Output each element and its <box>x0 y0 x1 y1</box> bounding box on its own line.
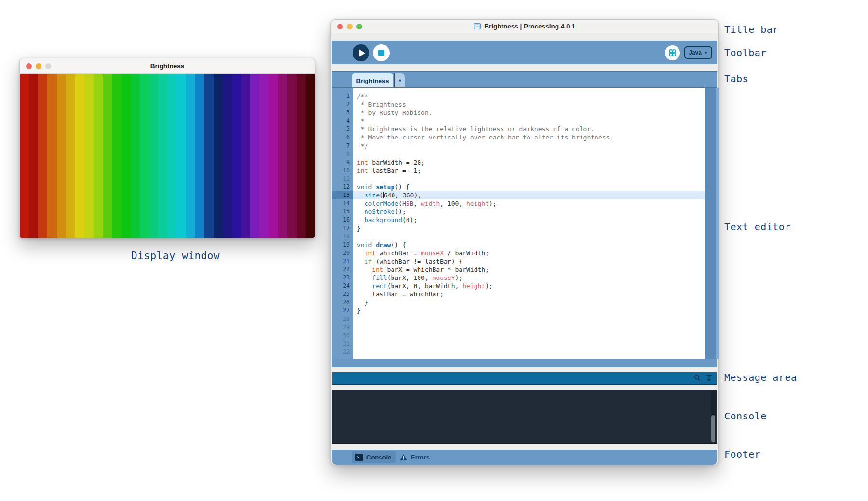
color-bar[interactable] <box>241 74 250 238</box>
code-line[interactable]: rect(barX, 0, barWidth, height); <box>353 282 705 290</box>
color-bar[interactable] <box>195 74 204 238</box>
search-icon[interactable] <box>693 374 701 382</box>
console-scrollbar[interactable] <box>711 391 716 442</box>
tab-menu-button[interactable]: ▼ <box>395 73 405 88</box>
color-bar[interactable] <box>204 74 214 238</box>
code-line[interactable]: * Brightness is the relative lightness o… <box>353 125 705 133</box>
color-bar[interactable] <box>149 74 158 238</box>
color-bar[interactable] <box>297 74 306 238</box>
code-line[interactable]: int lastBar = -1; <box>353 167 705 175</box>
color-bar[interactable] <box>287 74 297 238</box>
code-line[interactable] <box>353 348 705 356</box>
code-line[interactable]: background(0); <box>353 216 705 224</box>
console-tab[interactable]: >_ Console <box>352 451 396 463</box>
code-line[interactable] <box>353 323 705 332</box>
line-number: 27 <box>332 306 353 315</box>
stop-button[interactable] <box>373 44 390 61</box>
code-line[interactable]: } <box>353 224 705 233</box>
code-line[interactable]: } <box>353 306 705 315</box>
code-line[interactable] <box>353 175 705 183</box>
code-line[interactable]: noStroke(); <box>353 208 705 216</box>
clear-console-icon[interactable] <box>705 374 713 382</box>
color-bar[interactable] <box>176 74 186 238</box>
code-line[interactable] <box>353 233 705 241</box>
code-line[interactable]: void draw() { <box>353 241 705 249</box>
editor-scrollbar-thumb[interactable] <box>716 88 719 359</box>
console-scrollbar-thumb[interactable] <box>711 415 715 442</box>
code-line[interactable]: * <box>353 117 705 125</box>
console-output[interactable] <box>332 390 717 444</box>
code-area[interactable]: /** * Brightness * by Rusty Robison. * *… <box>353 88 705 359</box>
color-bar[interactable] <box>158 74 167 238</box>
color-bar[interactable] <box>140 74 149 238</box>
color-bars-canvas[interactable] <box>20 74 315 238</box>
code-token <box>357 208 365 215</box>
editor-scrollbar[interactable] <box>705 88 716 359</box>
code-line[interactable]: int barX = whichBar * barWidth; <box>353 265 705 274</box>
color-bar[interactable] <box>20 74 29 238</box>
code-line[interactable]: } <box>353 298 705 306</box>
code-line[interactable]: colorMode(HSB, width, 100, height); <box>353 199 705 208</box>
line-number: 30 <box>332 332 353 340</box>
line-number: 7 <box>332 142 353 150</box>
code-line[interactable]: * by Rusty Robison. <box>353 109 705 117</box>
traffic-light[interactable] <box>337 24 343 29</box>
code-line[interactable] <box>353 315 705 323</box>
color-bar[interactable] <box>66 74 75 238</box>
color-bar[interactable] <box>47 74 56 238</box>
mode-selector[interactable]: Java ▼ <box>684 46 712 59</box>
title-bar[interactable]: Brightness | Processing 4.0.1 <box>331 20 718 33</box>
code-line[interactable] <box>353 340 705 348</box>
color-bar[interactable] <box>29 74 38 238</box>
code-line[interactable]: * Move the cursor vertically over each b… <box>353 133 705 141</box>
code-line[interactable]: int whichBar = mouseX / barWidth; <box>353 249 705 257</box>
color-bar[interactable] <box>75 74 84 238</box>
code-token: () { <box>391 241 406 249</box>
code-token <box>357 282 372 290</box>
code-token <box>357 200 365 207</box>
color-bar[interactable] <box>269 74 278 238</box>
color-bar[interactable] <box>131 74 140 238</box>
run-button[interactable] <box>353 44 369 61</box>
color-bar[interactable] <box>259 74 269 238</box>
debug-button[interactable] <box>665 45 680 60</box>
text-editor: 1234567891011121314151617181920212223242… <box>332 87 717 367</box>
color-bar[interactable] <box>167 74 176 238</box>
color-bar[interactable] <box>103 74 112 238</box>
errors-tab[interactable]: Errors <box>399 451 430 463</box>
color-bar[interactable] <box>94 74 103 238</box>
color-bar[interactable] <box>186 74 195 238</box>
traffic-light[interactable] <box>356 24 362 29</box>
traffic-light[interactable] <box>347 24 353 29</box>
code-line[interactable]: lastBar = whichBar; <box>353 290 705 298</box>
color-bar[interactable] <box>214 74 223 238</box>
code-line[interactable]: /** <box>353 92 705 100</box>
color-bar[interactable] <box>278 74 287 238</box>
tab-brightness[interactable]: Brightness <box>352 73 393 88</box>
code-line[interactable]: fill(barX, 100, mouseY); <box>353 274 705 282</box>
color-bar[interactable] <box>84 74 94 238</box>
code-token: } <box>357 225 361 232</box>
code-line[interactable]: * Brightness <box>353 100 705 109</box>
color-bar[interactable] <box>112 74 121 238</box>
code-line[interactable]: int barWidth = 20; <box>353 158 705 167</box>
line-number: 8 <box>332 150 353 158</box>
color-bar[interactable] <box>232 74 241 238</box>
color-bar[interactable] <box>38 74 47 238</box>
color-bar[interactable] <box>223 74 232 238</box>
traffic-light[interactable] <box>26 63 32 69</box>
code-line[interactable]: size(640, 360); <box>353 191 705 199</box>
line-number: 3 <box>332 109 353 117</box>
code-line[interactable]: void setup() { <box>353 183 705 191</box>
traffic-light[interactable] <box>36 63 41 69</box>
traffic-light[interactable] <box>45 63 51 69</box>
code-token: size <box>365 192 380 199</box>
code-line[interactable]: */ <box>353 142 705 150</box>
color-bar[interactable] <box>57 74 66 238</box>
color-bar[interactable] <box>250 74 259 238</box>
color-bar[interactable] <box>121 74 130 238</box>
code-line[interactable] <box>353 150 705 158</box>
color-bar[interactable] <box>306 74 315 238</box>
code-line[interactable]: if (whichBar != lastBar) { <box>353 257 705 265</box>
code-line[interactable] <box>353 332 705 340</box>
